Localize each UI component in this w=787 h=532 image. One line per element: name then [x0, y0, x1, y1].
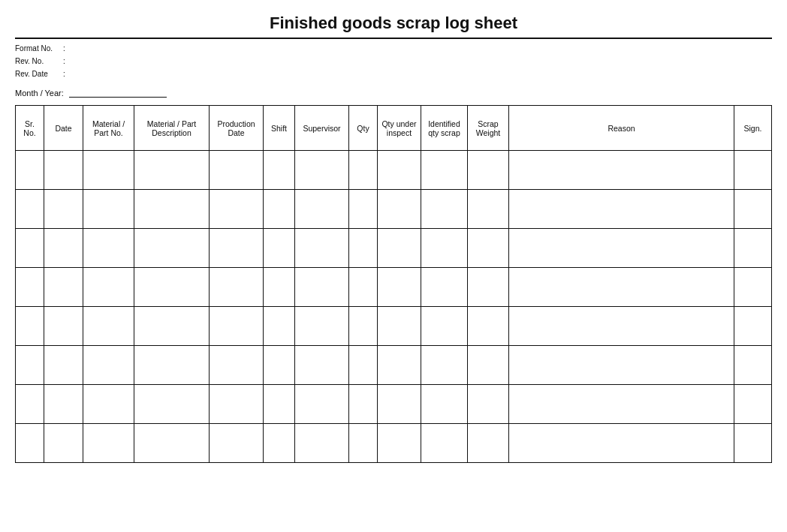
cell-sign[interactable]: [734, 190, 772, 229]
cell-qty[interactable]: [349, 268, 378, 307]
cell-qty[interactable]: [349, 307, 378, 346]
cell-sr[interactable]: [16, 346, 44, 385]
cell-identified[interactable]: [421, 268, 468, 307]
cell-qty[interactable]: [349, 424, 378, 463]
cell-reason[interactable]: [509, 229, 734, 268]
cell-supervisor[interactable]: [295, 385, 349, 424]
cell-scrapwt[interactable]: [468, 346, 509, 385]
cell-sr[interactable]: [16, 424, 44, 463]
cell-matno[interactable]: [83, 190, 134, 229]
cell-supervisor[interactable]: [295, 346, 349, 385]
cell-matno[interactable]: [83, 346, 134, 385]
cell-date[interactable]: [44, 424, 83, 463]
cell-qtyunder[interactable]: [378, 268, 421, 307]
cell-proddate[interactable]: [210, 190, 264, 229]
cell-identified[interactable]: [421, 424, 468, 463]
cell-sr[interactable]: [16, 385, 44, 424]
cell-scrapwt[interactable]: [468, 424, 509, 463]
cell-qtyunder[interactable]: [378, 190, 421, 229]
cell-shift[interactable]: [264, 346, 295, 385]
cell-matno[interactable]: [83, 151, 134, 190]
cell-sign[interactable]: [734, 268, 772, 307]
cell-qty[interactable]: [349, 151, 378, 190]
cell-identified[interactable]: [421, 190, 468, 229]
cell-qty[interactable]: [349, 385, 378, 424]
cell-reason[interactable]: [509, 268, 734, 307]
cell-supervisor[interactable]: [295, 424, 349, 463]
cell-matdesc[interactable]: [134, 424, 210, 463]
cell-matno[interactable]: [83, 385, 134, 424]
cell-qtyunder[interactable]: [378, 229, 421, 268]
cell-date[interactable]: [44, 346, 83, 385]
cell-date[interactable]: [44, 151, 83, 190]
cell-matdesc[interactable]: [134, 346, 210, 385]
cell-reason[interactable]: [509, 424, 734, 463]
cell-sr[interactable]: [16, 307, 44, 346]
cell-matno[interactable]: [83, 268, 134, 307]
cell-qtyunder[interactable]: [378, 151, 421, 190]
cell-date[interactable]: [44, 268, 83, 307]
cell-matdesc[interactable]: [134, 229, 210, 268]
cell-supervisor[interactable]: [295, 268, 349, 307]
cell-reason[interactable]: [509, 190, 734, 229]
cell-shift[interactable]: [264, 229, 295, 268]
cell-shift[interactable]: [264, 424, 295, 463]
cell-matno[interactable]: [83, 307, 134, 346]
cell-scrapwt[interactable]: [468, 229, 509, 268]
cell-matno[interactable]: [83, 424, 134, 463]
month-year-value[interactable]: [69, 88, 167, 98]
cell-qtyunder[interactable]: [378, 385, 421, 424]
cell-matdesc[interactable]: [134, 151, 210, 190]
cell-proddate[interactable]: [210, 424, 264, 463]
cell-reason[interactable]: [509, 346, 734, 385]
cell-sr[interactable]: [16, 229, 44, 268]
cell-matdesc[interactable]: [134, 307, 210, 346]
cell-supervisor[interactable]: [295, 229, 349, 268]
cell-scrapwt[interactable]: [468, 385, 509, 424]
cell-sign[interactable]: [734, 385, 772, 424]
cell-date[interactable]: [44, 229, 83, 268]
cell-sr[interactable]: [16, 151, 44, 190]
cell-proddate[interactable]: [210, 307, 264, 346]
cell-sr[interactable]: [16, 268, 44, 307]
cell-supervisor[interactable]: [295, 151, 349, 190]
cell-matdesc[interactable]: [134, 268, 210, 307]
cell-identified[interactable]: [421, 151, 468, 190]
cell-shift[interactable]: [264, 190, 295, 229]
cell-scrapwt[interactable]: [468, 151, 509, 190]
cell-reason[interactable]: [509, 151, 734, 190]
cell-scrapwt[interactable]: [468, 307, 509, 346]
cell-reason[interactable]: [509, 385, 734, 424]
cell-date[interactable]: [44, 190, 83, 229]
cell-qtyunder[interactable]: [378, 307, 421, 346]
cell-sign[interactable]: [734, 307, 772, 346]
cell-reason[interactable]: [509, 307, 734, 346]
cell-identified[interactable]: [421, 346, 468, 385]
cell-matdesc[interactable]: [134, 190, 210, 229]
cell-qtyunder[interactable]: [378, 424, 421, 463]
cell-identified[interactable]: [421, 385, 468, 424]
cell-identified[interactable]: [421, 307, 468, 346]
cell-identified[interactable]: [421, 229, 468, 268]
cell-sr[interactable]: [16, 190, 44, 229]
cell-proddate[interactable]: [210, 229, 264, 268]
cell-scrapwt[interactable]: [468, 268, 509, 307]
cell-proddate[interactable]: [210, 346, 264, 385]
cell-proddate[interactable]: [210, 268, 264, 307]
cell-sign[interactable]: [734, 424, 772, 463]
cell-supervisor[interactable]: [295, 190, 349, 229]
cell-date[interactable]: [44, 385, 83, 424]
cell-scrapwt[interactable]: [468, 190, 509, 229]
cell-qty[interactable]: [349, 229, 378, 268]
cell-sign[interactable]: [734, 346, 772, 385]
cell-matdesc[interactable]: [134, 385, 210, 424]
cell-matno[interactable]: [83, 229, 134, 268]
cell-sign[interactable]: [734, 151, 772, 190]
cell-qtyunder[interactable]: [378, 346, 421, 385]
cell-shift[interactable]: [264, 385, 295, 424]
cell-sign[interactable]: [734, 229, 772, 268]
cell-proddate[interactable]: [210, 151, 264, 190]
cell-date[interactable]: [44, 307, 83, 346]
cell-proddate[interactable]: [210, 385, 264, 424]
cell-supervisor[interactable]: [295, 307, 349, 346]
